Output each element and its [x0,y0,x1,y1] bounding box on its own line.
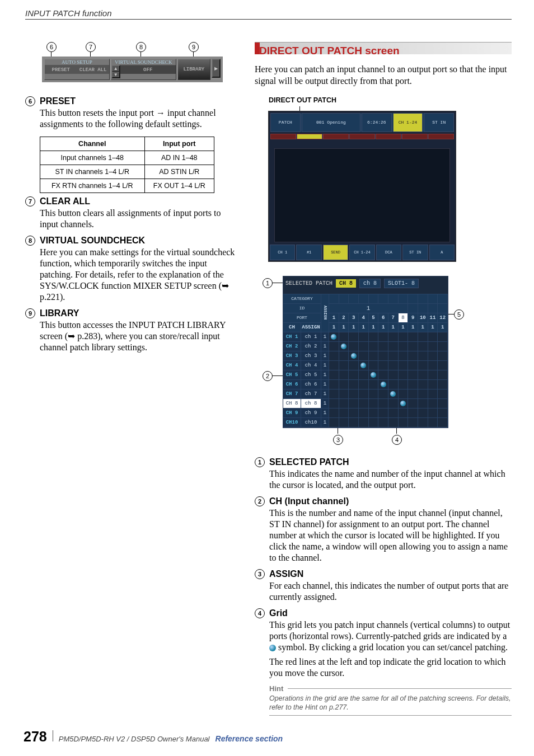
grid-cell [339,399,349,408]
grid-cell: 11 [428,313,438,323]
def-body: For each channel, this indicates the num… [269,580,512,603]
virtual-sc-off-button[interactable]: OFF [120,65,176,74]
ss-foot-0: CH 1 [270,245,295,260]
grid-cell [378,342,388,351]
grid-cell [408,418,418,428]
grid-cell [329,332,339,342]
grid-cell: ch 9 [301,408,321,418]
grid-cell [369,380,379,389]
grid-cell [378,332,388,342]
grid-cell: 1 [321,332,329,342]
def-title: SELECTED PATCH [269,457,349,467]
grid-cell [428,304,438,313]
grid-cell [349,294,359,304]
grid-cell [428,389,438,399]
grid-cell [339,380,349,389]
grid-cell: ASSIGN [301,323,321,332]
grid-cell: 8 [399,313,409,323]
grid-cell: 1 [388,323,399,332]
overview-screenshot: PATCH 001 Opening 6:24:26 CH 1-24 ST IN [268,111,456,262]
virtual-soundcheck-label: VIRTUAL SOUNDCHECK [111,59,176,65]
grid-cell: 1 [321,361,329,370]
def-title-library: LIBRARY [40,308,79,318]
grid-cell [399,418,409,428]
grid-cell [399,408,409,418]
grid-cell: 1 [321,380,329,389]
grid-cell [359,294,369,304]
grid-cell [349,380,359,389]
callout-3: 3 [333,435,343,445]
grid-cell: CH 8 [283,399,301,408]
grid-cell [369,370,379,380]
grid-cell: ch 6 [301,380,321,389]
grid-cell: CH 4 [283,361,301,370]
grid-cell [388,380,399,389]
def-num-6: 6 [25,96,35,106]
grid-cell [359,399,369,408]
grid-cell: 1 [349,323,359,332]
grid-cell: 1 [428,323,438,332]
grid-cell [388,351,399,361]
grid-cell [438,380,448,389]
grid-cell: 1 [321,370,329,380]
grid-cell: CH 3 [283,351,301,361]
table-cell: Input channels 1–48 [40,151,145,165]
grid-cell [408,294,418,304]
grid-cell [418,342,428,351]
grid-cell [349,389,359,399]
grid-cell [369,408,379,418]
grid-cell [399,342,409,351]
grid-cell [339,408,349,418]
library-button[interactable]: LIBRARY [177,59,210,80]
ss-foot-4: DCA [376,245,401,260]
grid-cell [339,294,349,304]
detail-screenshot: SELECTED PATCH CH 8 ch 8 SLOT1- 8 CATEGO… [283,276,448,428]
ss-scene-label: 001 Opening [302,113,360,132]
grid-cell [329,399,339,408]
grid-cell: 1 [369,323,379,332]
ss-foot-3: CH 1-24 [349,245,374,260]
grid-cell [349,332,359,342]
grid-cell: 1 [321,389,329,399]
clear-all-button[interactable]: CLEAR ALL [77,65,109,74]
table-cell: AD STIN L/R [144,165,214,179]
grid-cell [388,342,399,351]
ss-foot-1: #1 [296,245,321,260]
grid-cell: CH [283,323,301,332]
marker-7: 7 [86,42,96,52]
grid-cell [378,351,388,361]
grid-cell [428,418,438,428]
grid-cell [418,304,428,313]
grid-cell [329,361,339,370]
table-cell: AD IN 1–48 [144,151,214,165]
grid-cell [418,399,428,408]
grid-cell [329,389,339,399]
def-num: 3 [255,569,265,579]
preset-button[interactable]: PRESET [45,65,77,74]
grid-cell [438,389,448,399]
screen-intro: Here you can patch an input channel to a… [255,64,512,87]
footer-section: Reference section [216,734,283,743]
grid-cell [359,408,369,418]
grid-cell [388,294,399,304]
grid-cell: ch 8 [301,399,321,408]
grid-cell [378,408,388,418]
grid-cell [378,361,388,370]
grid-cell [438,361,448,370]
grid-cell [329,370,339,380]
callout-5: 5 [454,309,464,320]
grid-cell: 4 [359,313,369,323]
grid-cell [349,399,359,408]
grid-cell: CH 1 [283,332,301,342]
grid-cell [359,332,369,342]
grid-cell: CH 6 [283,380,301,389]
table-header-input-port: Input port [144,137,214,151]
grid-cell [349,342,359,351]
def-title-vsc: VIRTUAL SOUNDCHECK [40,236,145,246]
grid-cell [369,399,379,408]
def-body: This is the number and name of the input… [269,508,512,564]
grid-cell [399,294,409,304]
marker-8: 8 [136,42,146,52]
screen-title: DIRECT OUT PATCH screen [255,42,512,57]
grid-cell [399,370,409,380]
